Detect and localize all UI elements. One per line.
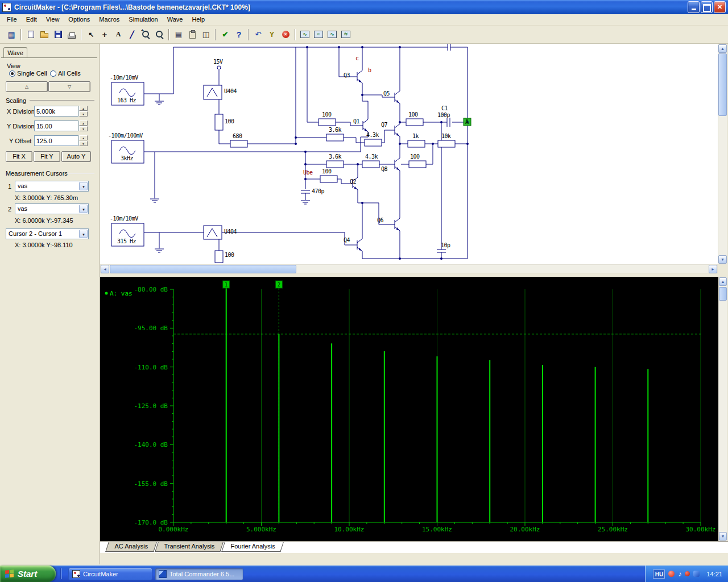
menu-item-macros[interactable]: Macros	[94, 14, 124, 25]
stacked-waveform-window-button[interactable]: ∿	[325, 28, 339, 41]
tab-ac-analysis[interactable]: AC Analysis	[105, 542, 156, 552]
spin-up-icon[interactable]	[79, 135, 88, 140]
split-waveform-window-button[interactable]: ≈	[312, 28, 325, 41]
split-view-button[interactable]: ◫	[199, 28, 213, 41]
schematic-label: 470p	[312, 188, 324, 194]
new-file-button[interactable]	[24, 28, 38, 41]
menu-item-help[interactable]: Help	[187, 14, 209, 25]
probe-tool-button[interactable]: Y	[265, 28, 279, 41]
y-tick-label: -95.00 dB	[134, 325, 168, 332]
spin-down-icon[interactable]	[79, 111, 88, 117]
language-indicator[interactable]: HU	[653, 569, 665, 579]
tab-fourier-analysis[interactable]: Fourier Analysis	[221, 542, 284, 552]
network-tray-icon[interactable]	[693, 571, 700, 577]
stop-simulation-button[interactable]: ✕	[279, 28, 292, 41]
start-button[interactable]: Start	[0, 566, 56, 582]
zoom-tool-button[interactable]	[152, 28, 166, 41]
doc-grid-icon: ▤	[175, 30, 182, 39]
netlist-button[interactable]: ▤	[172, 28, 185, 41]
plot-vscrollbar[interactable]	[718, 277, 727, 541]
radio-single-cell[interactable]: Single Cell	[9, 70, 47, 77]
parts-browser-button[interactable]: ▦	[5, 28, 18, 41]
x-division-input[interactable]	[34, 106, 78, 117]
waveform-window-button[interactable]: ∿	[298, 28, 312, 41]
toolbar-separator	[168, 29, 169, 40]
spin-up-icon[interactable]	[79, 106, 88, 111]
floppy-icon	[55, 31, 62, 38]
wave4-icon: ≋	[341, 31, 350, 38]
taskbar-item-total-commander[interactable]: Total Commander 6.5...	[155, 568, 243, 580]
check-icon: ✔	[222, 30, 229, 39]
menu-item-file[interactable]: File	[2, 14, 22, 25]
scroll-wave-up-button[interactable]	[6, 81, 48, 92]
open-file-button[interactable]	[38, 28, 51, 41]
schematic-canvas[interactable]: -10m/10mV163 Hz-100m/100mV3kHz-10m/10mV3…	[100, 44, 718, 264]
chevron-down-icon[interactable]	[79, 205, 88, 213]
cursor1-index: 1	[8, 183, 11, 190]
fit-x-button[interactable]: Fit X	[6, 151, 32, 162]
scroll-up-icon[interactable]	[719, 277, 727, 286]
undo-button[interactable]: ↶	[251, 28, 265, 41]
taskbar-item-circuitmaker[interactable]: CircuitMaker	[68, 568, 152, 580]
print-button[interactable]	[65, 28, 78, 41]
scroll-left-icon[interactable]	[101, 265, 109, 273]
spin-up-icon[interactable]	[79, 120, 88, 126]
save-file-button[interactable]	[51, 28, 65, 41]
schematic-label: 1k	[412, 133, 419, 139]
spin-down-icon[interactable]	[79, 141, 88, 146]
place-part-tool-button[interactable]: +	[98, 28, 111, 41]
cursor-diff-select[interactable]: Cursor 2 - Cursor 1	[6, 228, 89, 239]
radio-all-cells[interactable]: All Cells	[50, 70, 81, 77]
fit-y-button[interactable]: Fit Y	[34, 151, 60, 162]
menu-item-options[interactable]: Options	[64, 14, 94, 25]
scroll-wave-down-button[interactable]	[48, 81, 90, 92]
tab-transient-analysis[interactable]: Transient Analysis	[155, 542, 223, 552]
schematic-label: -10m/10mV	[110, 74, 138, 81]
menu-item-wave[interactable]: Wave	[163, 14, 188, 25]
scroll-right-icon[interactable]	[709, 265, 717, 273]
plot-vscroll-thumb[interactable]	[719, 287, 727, 301]
page-icon	[28, 31, 34, 38]
schematic-label: 3kHz	[121, 155, 133, 161]
schematic-hscrollbar[interactable]	[100, 264, 718, 273]
x-tick-label: 0.000kHz	[159, 526, 189, 533]
y-division-input[interactable]	[34, 120, 78, 131]
run-simulation-button[interactable]: ✔	[218, 28, 232, 41]
copy-to-clipboard-button[interactable]	[185, 28, 199, 41]
cursor2-signal-select[interactable]: vas	[15, 203, 89, 214]
cursor1-signal-select[interactable]: vas	[15, 181, 89, 192]
wire-tool-button[interactable]: ╱	[125, 28, 139, 41]
menu-item-simulation[interactable]: Simulation	[124, 14, 162, 25]
overlay-waveform-window-button[interactable]: ≋	[339, 28, 353, 41]
text-tool-button[interactable]: A	[111, 28, 125, 41]
scroll-down-icon[interactable]	[718, 255, 727, 264]
menu-item-view[interactable]: View	[42, 14, 64, 25]
chevron-down-icon[interactable]	[79, 230, 88, 238]
wave-tab[interactable]: Wave	[3, 47, 27, 58]
y-offset-input[interactable]	[34, 135, 78, 146]
hscroll-thumb[interactable]	[110, 265, 296, 273]
select-tool-button[interactable]: ↖	[84, 28, 98, 41]
minimize-button[interactable]	[688, 1, 700, 13]
fourier-plot: -80.00 dB-95.00 dB-110.0 dB-125.0 dB-140…	[100, 277, 718, 541]
scroll-up-icon[interactable]	[718, 44, 727, 53]
close-button[interactable]	[714, 1, 726, 13]
cursor-diff-value: Cursor 2 - Cursor 1	[9, 230, 62, 237]
scanner-tray-icon[interactable]	[685, 571, 690, 576]
schematic-label: Q3	[344, 72, 350, 78]
help-button[interactable]: ?	[232, 28, 246, 41]
scroll-down-icon[interactable]	[719, 532, 727, 541]
maximize-button[interactable]	[701, 1, 713, 13]
auto-y-button[interactable]: Auto Y	[61, 151, 91, 162]
antivirus-tray-icon[interactable]	[668, 571, 675, 577]
spin-down-icon[interactable]	[79, 126, 88, 131]
fourier-plot-canvas[interactable]: -80.00 dB-95.00 dB-110.0 dB-125.0 dB-140…	[100, 277, 718, 541]
schematic-label: Ube	[303, 169, 313, 176]
zoom-in-tool-button[interactable]: +	[139, 28, 152, 41]
schematic-vscrollbar[interactable]	[718, 44, 727, 264]
vscroll-thumb[interactable]	[718, 53, 727, 116]
chevron-down-icon[interactable]	[79, 182, 88, 190]
x-tick-label: 5.000kHz	[246, 526, 276, 533]
volume-tray-icon[interactable]: ♪	[678, 571, 681, 577]
menu-item-edit[interactable]: Edit	[22, 14, 42, 25]
